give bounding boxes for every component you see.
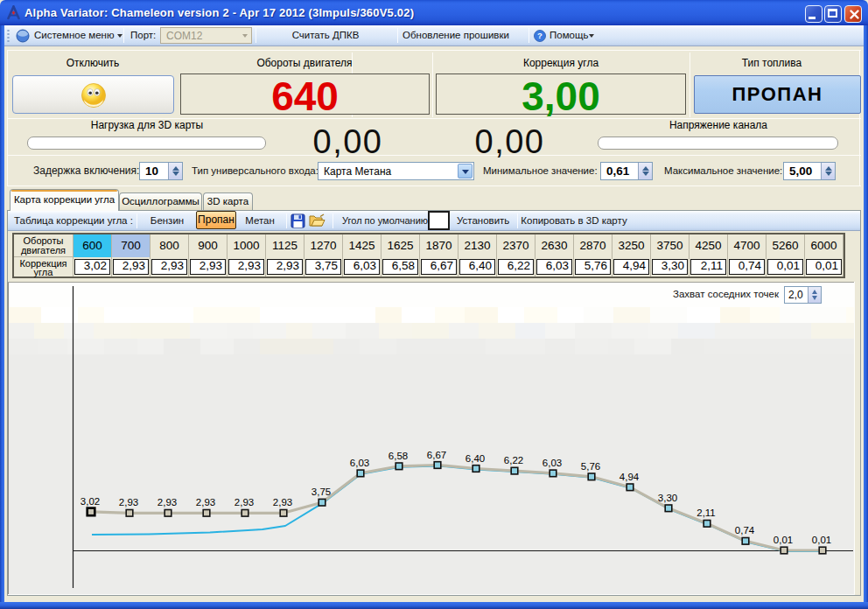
svg-text:0,01: 0,01: [774, 535, 793, 545]
svg-text:?: ?: [537, 31, 542, 40]
svg-text:6,58: 6,58: [388, 451, 408, 461]
svg-text:2,93: 2,93: [234, 497, 254, 508]
svg-text:4,94: 4,94: [620, 472, 640, 482]
svg-text:6,03: 6,03: [350, 458, 369, 468]
svg-text:2,93: 2,93: [119, 497, 138, 508]
svg-text:6,03: 6,03: [542, 458, 562, 468]
svg-text:3,75: 3,75: [312, 486, 331, 497]
svg-text:6,40: 6,40: [466, 453, 485, 464]
svg-text:5,76: 5,76: [581, 461, 600, 472]
svg-text:2,93: 2,93: [273, 497, 292, 508]
svg-text:3,02: 3,02: [80, 496, 100, 507]
svg-text:0,74: 0,74: [735, 525, 755, 536]
svg-text:2,93: 2,93: [196, 497, 215, 508]
svg-text:0,01: 0,01: [812, 535, 831, 545]
svg-text:2,93: 2,93: [158, 497, 177, 508]
svg-text:6,22: 6,22: [504, 455, 523, 466]
svg-text:2,11: 2,11: [696, 508, 716, 518]
svg-text:3,30: 3,30: [658, 493, 677, 503]
svg-text:6,67: 6,67: [427, 450, 446, 460]
